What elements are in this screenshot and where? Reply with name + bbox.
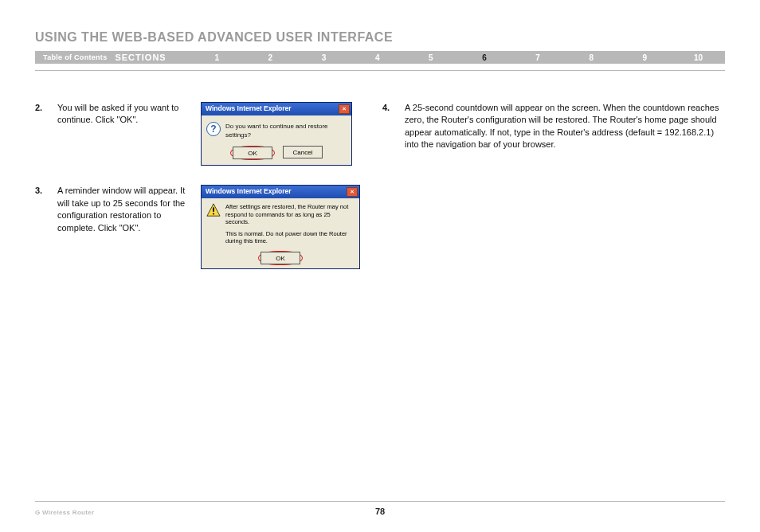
section-8[interactable]: 8 [565, 53, 618, 62]
dialog-titlebar: Windows Internet Explorer × [202, 186, 359, 198]
svg-rect-2 [213, 213, 214, 215]
section-navbar: Table of Contents SECTIONS 1 2 3 4 5 6 7… [35, 51, 725, 64]
page-body: 2. You will be asked if you want to cont… [35, 102, 725, 288]
cancel-button[interactable]: Cancel [283, 146, 323, 158]
page-number: 78 [0, 507, 760, 516]
step-text: You will be asked if you want to continu… [57, 102, 201, 166]
page-heading: USING THE WEB-BASED ADVANCED USER INTERF… [35, 30, 393, 45]
section-1[interactable]: 1 [190, 53, 244, 62]
dialog-titlebar: Windows Internet Explorer × [202, 103, 351, 115]
section-6[interactable]: 6 [457, 53, 511, 62]
highlight-ring: OK [230, 146, 275, 160]
section-2[interactable]: 2 [244, 53, 297, 62]
question-icon: ? [206, 122, 221, 136]
toc-link[interactable]: Table of Contents [35, 53, 115, 61]
dialog-title: Windows Internet Explorer [206, 187, 292, 197]
close-icon[interactable]: × [347, 187, 358, 197]
step-text: A 25-second countdown will appear on the… [405, 102, 725, 151]
step-4: 4. A 25-second countdown will appear on … [382, 102, 725, 151]
section-7[interactable]: 7 [511, 53, 565, 62]
divider-bottom [35, 501, 725, 502]
section-9[interactable]: 9 [618, 53, 672, 62]
divider-top [35, 70, 725, 71]
svg-rect-1 [213, 208, 214, 212]
highlight-ring: OK [258, 251, 303, 265]
step-text: A reminder window will appear. It will t… [57, 185, 201, 269]
dialog-continue-restore: Windows Internet Explorer × ? Do you wan… [201, 102, 352, 166]
dialog-message: Do you want to continue and restore sett… [225, 122, 347, 139]
section-10[interactable]: 10 [672, 53, 725, 62]
section-4[interactable]: 4 [351, 53, 404, 62]
step-2: 2. You will be asked if you want to cont… [35, 102, 370, 166]
step-number: 4. [382, 102, 405, 151]
section-5[interactable]: 5 [404, 53, 457, 62]
ok-button[interactable]: OK [261, 252, 300, 264]
sections-label: SECTIONS [115, 53, 190, 62]
step-number: 3. [35, 185, 57, 269]
warning-icon [206, 203, 221, 217]
close-icon[interactable]: × [339, 104, 350, 114]
ok-button[interactable]: OK [233, 147, 272, 159]
step-3: 3. A reminder window will appear. It wil… [35, 185, 370, 269]
dialog-restore-warning: Windows Internet Explorer × [201, 185, 360, 269]
section-3[interactable]: 3 [297, 53, 351, 62]
dialog-message-line1: After settings are restored, the Router … [225, 203, 355, 225]
dialog-title: Windows Internet Explorer [206, 104, 292, 114]
step-number: 2. [35, 102, 57, 166]
dialog-message-line2: This is normal. Do not power down the Ro… [225, 230, 355, 245]
